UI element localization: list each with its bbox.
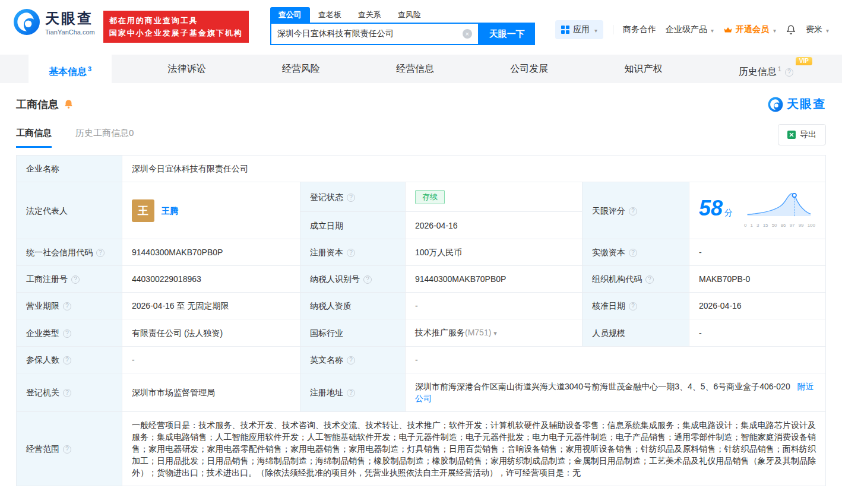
monitor-bell-icon[interactable] (64, 99, 74, 109)
search-input[interactable] (277, 29, 463, 39)
legal-rep-avatar[interactable]: 王 (132, 199, 154, 222)
search-tab-4[interactable]: 查风险 (390, 7, 429, 23)
nav-tab-label: 公司发展 (510, 64, 548, 74)
reg-capital-value: 100万人民币 (406, 239, 583, 266)
vip-badge: VIP (796, 57, 812, 65)
reg-number-label-text: 工商注册号 (26, 274, 68, 284)
help-icon[interactable] (363, 275, 372, 284)
establish-date-label: 成立日期 (300, 212, 406, 239)
enterprise-product-menu[interactable]: 企业级产品 (666, 24, 714, 35)
tianyancha-logo-icon (768, 97, 783, 112)
nav-tab-3[interactable]: 经营风险 (262, 55, 340, 83)
help-icon[interactable] (71, 275, 80, 284)
reg-capital-label-text: 注册资本 (310, 248, 343, 257)
nav-tab-6[interactable]: 知识产权 (604, 55, 683, 83)
help-icon[interactable] (629, 302, 637, 310)
approval-date-label: 核准日期 (583, 293, 689, 319)
chart-tick: 0 (744, 220, 746, 232)
reg-authority-label: 登记机关 (17, 373, 122, 412)
chart-tick: 1 (751, 220, 753, 232)
table-row: 参保人数 - 英文名称 - (17, 347, 826, 373)
help-icon[interactable] (347, 249, 355, 257)
tab-business-info[interactable]: 工商信息 (16, 128, 52, 148)
help-icon[interactable] (629, 207, 637, 215)
help-icon[interactable] (629, 249, 637, 257)
vip-membership-link[interactable]: 开通会员 (723, 24, 776, 35)
top-bar: 天眼查 TianYanCha.com 都在用的商业查询工具 国家中小企业发展子基… (0, 0, 842, 50)
address-label-text: 注册地址 (310, 388, 343, 397)
staff-size-value: - (689, 319, 826, 347)
chevron-down-icon[interactable] (491, 328, 497, 337)
export-label: 导出 (800, 129, 816, 140)
taxpayer-quality-value: - (406, 293, 583, 319)
help-icon[interactable] (63, 389, 71, 397)
establish-date-value: 2026-04-16 (406, 212, 583, 239)
status-badge: 存续 (415, 190, 445, 204)
company-type-label: 企业类型 (17, 319, 122, 347)
nav-tab-7[interactable]: VIP历史信息1 (718, 55, 813, 83)
watermark-label: 天眼查 (787, 96, 826, 112)
approval-date-value: 2026-04-16 (689, 293, 826, 319)
english-name-label: 英文名称 (300, 347, 406, 373)
nav-tab-1[interactable]: 基本信息3 (29, 55, 112, 83)
table-row: 企业名称 深圳今日宜休科技有限责任公司 (17, 156, 826, 182)
username-label: 费米 (806, 24, 822, 35)
business-scope-label-text: 经营范围 (26, 444, 59, 454)
nav-tab-2[interactable]: 法律诉讼 (147, 55, 226, 83)
paid-capital-label: 实缴资本 (583, 239, 689, 266)
help-icon[interactable] (645, 275, 654, 284)
business-info-table: 企业名称 深圳今日宜休科技有限责任公司 法定代表人 王 王腾 登记状态 存续 天… (16, 155, 826, 486)
clear-search-icon[interactable] (463, 29, 472, 39)
taxpayer-id-label-text: 纳税人识别号 (310, 274, 360, 284)
user-menu[interactable]: 费米 (806, 24, 829, 35)
help-icon[interactable] (96, 249, 105, 257)
help-icon[interactable] (63, 302, 71, 310)
table-row: 工商注册号 440300229018963 纳税人识别号 91440300MAK… (17, 266, 826, 293)
help-icon[interactable] (347, 389, 355, 397)
tab-history-business-info[interactable]: 历史工商信息0 (75, 128, 134, 148)
export-button[interactable]: 导出 (778, 124, 826, 145)
chart-tick: 100 (808, 220, 815, 232)
chart-tick: 86 (781, 220, 786, 232)
nav-tab-5[interactable]: 公司发展 (490, 55, 568, 83)
search-button[interactable]: 天眼一下 (479, 23, 535, 45)
help-icon[interactable] (63, 329, 71, 338)
staff-size-label: 人员规模 (583, 319, 689, 347)
search-tab-3[interactable]: 查关系 (350, 7, 390, 23)
legal-rep-link[interactable]: 王腾 (162, 205, 178, 217)
reg-authority-label-text: 登记机关 (26, 388, 59, 397)
reg-status-label: 登记状态 (300, 182, 406, 212)
help-icon[interactable] (347, 194, 355, 202)
help-icon[interactable] (63, 445, 71, 454)
page-title: 工商信息 (16, 97, 59, 112)
tianyancha-logo-icon (13, 8, 40, 36)
help-icon[interactable] (63, 356, 71, 364)
apps-menu-label: 应用 (573, 24, 590, 35)
insured-value: - (122, 347, 300, 373)
vip-membership-label: 开通会员 (736, 24, 769, 35)
search-box (270, 23, 479, 45)
english-name-label-text: 英文名称 (310, 355, 343, 364)
nav-tab-4[interactable]: 经营信息 (376, 55, 454, 83)
score-chart-ticks: 0131550869799100 (743, 220, 816, 232)
business-scope-label: 经营范围 (17, 412, 122, 486)
reg-status-label-text: 登记状态 (310, 192, 343, 202)
score-value: 58 (699, 196, 723, 220)
table-row: 统一社会信用代码 91440300MAKB70PB0P 注册资本 100万人民币… (17, 239, 826, 266)
help-icon[interactable] (785, 68, 793, 77)
industry-code: (M751) (465, 328, 491, 337)
divider (613, 25, 613, 34)
search-tab-1[interactable]: 查公司 (270, 7, 310, 23)
business-cooperation-link[interactable]: 商务合作 (623, 24, 656, 35)
crown-icon (723, 26, 733, 34)
help-icon[interactable] (347, 356, 355, 364)
slogan-banner: 都在用的商业查询工具 国家中小企业发展子基金旗下机构 (103, 11, 249, 43)
taxpayer-id-value: 91440300MAKB70PB0P (406, 266, 583, 293)
table-row: 企业类型 有限责任公司 (法人独资) 国标行业 技术推广服务(M751) 人员规… (17, 319, 826, 347)
tianyancha-logo[interactable]: 天眼查 TianYanCha.com (13, 8, 95, 36)
chart-tick: 99 (799, 220, 804, 232)
notification-bell-icon[interactable] (786, 24, 796, 35)
apps-menu[interactable]: 应用 (555, 20, 603, 39)
tianyancha-watermark: 天眼查 (768, 96, 826, 112)
search-tab-2[interactable]: 查老板 (310, 7, 350, 23)
